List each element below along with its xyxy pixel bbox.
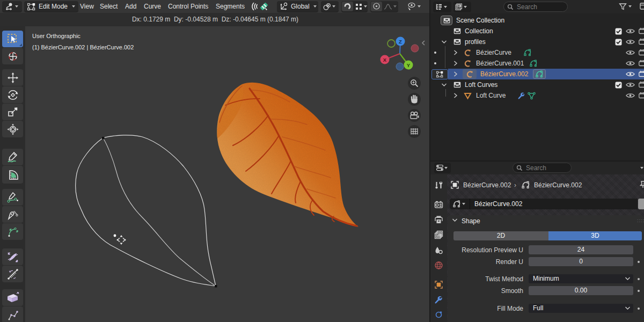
svg-text:X: X xyxy=(383,57,387,63)
svg-text:Z: Z xyxy=(399,39,402,45)
svg-text:Y: Y xyxy=(407,62,411,68)
